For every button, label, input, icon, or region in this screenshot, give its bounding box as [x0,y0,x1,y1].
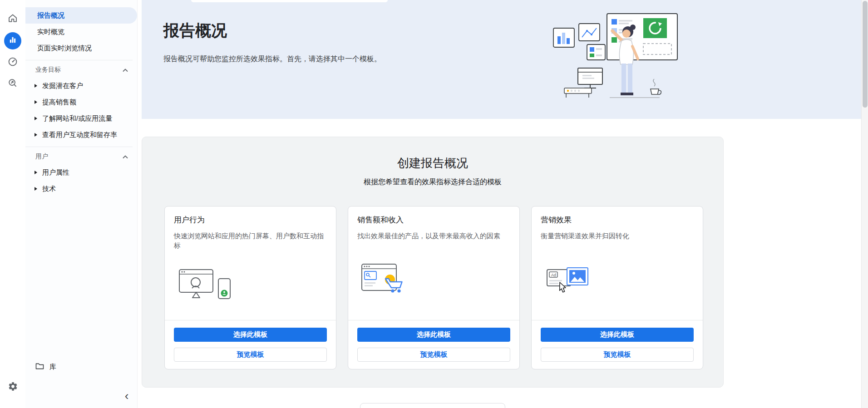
sidebar-section-user[interactable]: 用户 [25,149,137,164]
expand-triangle-icon[interactable] [35,84,37,88]
ad-image-cursor-illustration: Ad [541,241,694,320]
rail-reports-button[interactable] [4,32,21,49]
rail-settings-button[interactable] [4,378,22,396]
sidebar-item-label: 用户属性 [42,168,69,177]
sidebar-section-title: 业务目标 [35,66,61,74]
sidebar-item-tech[interactable]: 技术 [25,181,137,197]
page-scrollbar-thumb[interactable] [863,1,868,108]
next-section-card-edge [360,403,505,408]
explore-compass-icon [7,56,18,69]
template-card-sales-revenue: 销售额和收入 找出效果最佳的产品，以及带来最高收入的因素 [348,206,520,369]
template-card-description: 衡量营销渠道效果并归因转化 [541,231,694,241]
reports-sidebar: 报告概况 实时概览 页面实时浏览情况 业务目标 发掘潜在客户 提高销售额 了解网… [25,0,138,408]
sidebar-divider [25,147,133,147]
sidebar-item-label: 查看用户互动度和留存率 [42,131,117,139]
select-template-button[interactable]: 选择此模板 [541,328,694,342]
card-divider [165,320,336,320]
template-cards-row: 用户行为 快速浏览网站和应用的热门屏幕、用户数和互动指标 [164,206,703,369]
expand-triangle-icon[interactable] [35,117,37,120]
ad-chip-label: Ad [551,272,556,277]
sidebar-item-label: 实时概览 [37,28,64,36]
rail-home-button[interactable] [4,10,22,28]
sidebar-item-label: 提高销售额 [42,98,76,107]
home-icon [7,13,18,25]
page-scrollbar-track[interactable] [861,0,868,408]
sidebar-item-realtime-overview[interactable]: 实时概览 [25,24,137,40]
sidebar-item-label: 报告概况 [37,11,64,20]
template-card-title: 用户行为 [174,215,327,225]
sidebar-item-library[interactable]: 库 [25,359,137,375]
page-subtitle: 报告概况可帮助您监控所选效果指标。首先，请选择其中一个模板。 [163,54,381,64]
main-content: 报告概况 报告概况可帮助您监控所选效果指标。首先，请选择其中一个模板。 [138,0,861,408]
sidebar-item-understand-traffic[interactable]: 了解网站和/或应用流量 [25,110,137,127]
sidebar-item-user-attributes[interactable]: 用户属性 [25,164,137,181]
folder-icon [35,363,49,371]
browser-cart-illustration [357,241,510,320]
rail-advertising-button[interactable] [4,75,22,93]
sidebar-collapse-button[interactable]: ‹ [119,388,134,403]
select-template-button[interactable]: 选择此模板 [357,328,510,342]
sidebar-item-generate-leads[interactable]: 发掘潜在客户 [25,78,137,94]
card-divider [532,320,703,320]
sidebar-section-title: 用户 [35,152,48,161]
create-snapshot-panel: 创建报告概况 根据您希望查看的效果指标选择合适的模板 用户行为 快速浏览网站和应… [142,137,724,388]
sidebar-item-report-snapshot[interactable]: 报告概况 [25,7,137,24]
template-card-title: 销售额和收入 [357,215,510,225]
preview-template-button[interactable]: 预览模板 [357,348,510,362]
advertising-icon [7,78,18,90]
preview-template-button[interactable]: 预览模板 [174,348,327,362]
create-snapshot-subtitle: 根据您希望查看的效果指标选择合适的模板 [142,177,723,187]
preview-template-button[interactable]: 预览模板 [541,348,694,362]
template-card-title: 营销效果 [541,215,694,225]
page-title: 报告概况 [163,20,227,41]
create-snapshot-title: 创建报告概况 [142,155,723,171]
reports-bar-chart-icon [8,35,17,46]
expand-triangle-icon[interactable] [35,100,37,104]
template-card-marketing: 营销效果 衡量营销渠道效果并归因转化 Ad [531,206,703,369]
template-card-user-behavior: 用户行为 快速浏览网站和应用的热门屏幕、用户数和互动指标 [164,206,336,369]
expand-triangle-icon[interactable] [35,171,37,174]
rail-explore-button[interactable] [4,54,22,72]
sidebar-item-drive-sales[interactable]: 提高销售额 [25,94,137,110]
scrolled-element-edge [191,0,388,2]
template-card-description: 找出效果最佳的产品，以及带来最高收入的因素 [357,231,510,241]
report-snapshot-hero: 报告概况 报告概况可帮助您监控所选效果指标。首先，请选择其中一个模板。 [142,0,861,119]
sidebar-section-business-objectives[interactable]: 业务目标 [25,62,137,78]
app-rail [0,0,25,408]
monitor-phone-illustration [174,250,327,320]
chevron-up-icon [123,66,128,74]
sidebar-item-label: 技术 [42,185,56,193]
sidebar-item-engagement-retention[interactable]: 查看用户互动度和留存率 [25,127,137,143]
sidebar-item-realtime-pages[interactable]: 页面实时浏览情况 [25,40,137,56]
chevron-left-icon: ‹ [125,389,129,403]
hero-dashboard-illustration [552,8,707,106]
chevron-up-icon [123,153,128,160]
settings-gear-icon [8,381,18,393]
template-card-description: 快速浏览网站和应用的热门屏幕、用户数和互动指标 [174,231,327,250]
select-template-button[interactable]: 选择此模板 [174,328,327,342]
card-divider [348,320,519,320]
sidebar-item-label: 发掘潜在客户 [42,82,83,90]
sidebar-divider [25,60,133,60]
expand-triangle-icon[interactable] [35,133,37,137]
sidebar-item-label: 页面实时浏览情况 [37,44,92,53]
library-label: 库 [49,363,56,371]
sidebar-item-label: 了解网站和/或应用流量 [42,114,112,123]
expand-triangle-icon[interactable] [35,187,37,191]
